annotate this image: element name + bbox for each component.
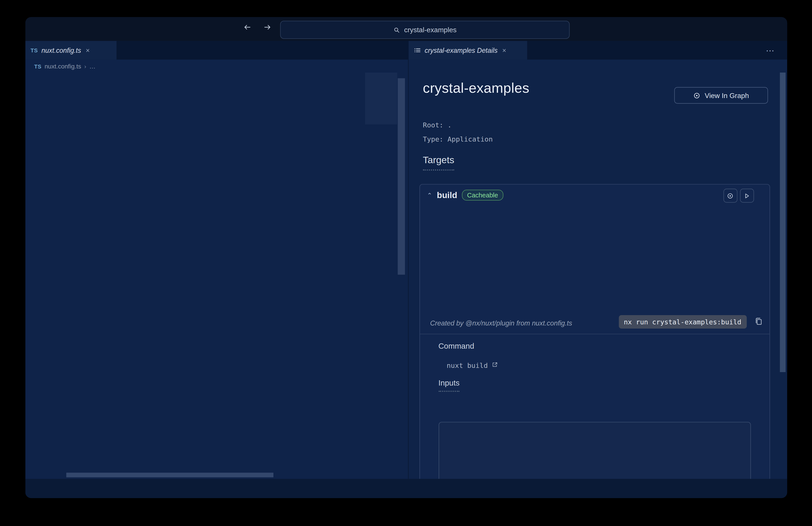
minimap[interactable] — [365, 73, 397, 131]
editor-horizontal-scrollbar[interactable] — [66, 472, 273, 477]
project-details-panel: crystal-examples View In Graph Root: . T… — [409, 60, 787, 479]
view-in-graph-button[interactable]: View In Graph — [674, 87, 768, 103]
typescript-file-icon: TS — [30, 47, 38, 54]
close-panel-tab-icon[interactable]: × — [502, 46, 506, 54]
panel-tab-title: crystal-examples Details — [424, 46, 497, 54]
close-window-button[interactable] — [31, 26, 38, 33]
editor-pane[interactable]: TS nuxt.config.ts › … — [25, 60, 409, 479]
search-icon — [393, 26, 401, 33]
project-root: Root: . — [423, 121, 452, 129]
target-name: build — [437, 190, 457, 200]
list-tree-icon — [414, 47, 421, 54]
minimize-window-button[interactable] — [42, 26, 48, 33]
breadcrumb-more[interactable]: … — [89, 63, 96, 70]
tab-bar: TS nuxt.config.ts × crystal-examples Det… — [25, 41, 787, 59]
external-link-icon[interactable] — [491, 361, 498, 368]
search-value: crystal-examples — [404, 26, 456, 33]
tab-title: nuxt.config.ts — [42, 46, 81, 54]
project-title: crystal-examples — [423, 80, 530, 97]
window-controls — [31, 26, 58, 33]
eye-icon — [693, 91, 700, 99]
editor-vertical-scrollbar[interactable] — [397, 78, 405, 274]
target-build-card: ⌃ build Cacheable Created by @nx/nuxt/pl… — [419, 184, 770, 479]
created-by-note: Created by @nx/nuxt/plugin from nuxt.con… — [430, 319, 572, 327]
breadcrumb-file[interactable]: nuxt.config.ts — [45, 63, 81, 70]
breadcrumb[interactable]: TS nuxt.config.ts › … — [34, 60, 96, 73]
play-icon — [743, 192, 751, 199]
titlebar: crystal-examples — [25, 17, 787, 41]
nx-run-command-chip[interactable]: nx run crystal-examples:build — [619, 315, 746, 329]
tab-project-details[interactable]: crystal-examples Details × — [409, 41, 527, 59]
targets-heading: Targets — [423, 154, 454, 170]
run-target-button[interactable] — [740, 188, 754, 202]
panel-more-actions-icon[interactable]: ⋯ — [766, 41, 774, 59]
close-tab-icon[interactable]: × — [86, 46, 90, 54]
command-heading: Command — [438, 342, 474, 351]
divider — [420, 334, 769, 334]
cacheable-badge: Cacheable — [462, 190, 503, 200]
navigate-back-icon[interactable] — [243, 23, 252, 32]
command-value[interactable]: nuxt build — [447, 361, 498, 370]
chevron-right-icon: › — [84, 63, 86, 69]
eye-icon — [727, 192, 734, 199]
options-json-editor[interactable] — [438, 422, 751, 479]
project-type: Type: Application — [423, 136, 493, 143]
tab-nuxt-config[interactable]: TS nuxt.config.ts × — [25, 41, 116, 59]
status-bar — [25, 479, 787, 498]
maximize-window-button[interactable] — [52, 26, 59, 33]
collapse-chevron-icon[interactable]: ⌃ — [427, 191, 432, 199]
panel-scrollbar[interactable] — [780, 73, 785, 372]
command-center-search[interactable]: crystal-examples — [280, 21, 570, 39]
view-target-button[interactable] — [723, 188, 737, 202]
navigate-forward-icon[interactable] — [263, 23, 272, 32]
inputs-heading: Inputs — [438, 378, 460, 392]
typescript-file-icon: TS — [34, 63, 42, 69]
vscode-window: crystal-examples TS nuxt.config.ts × cry… — [25, 17, 787, 498]
code-area[interactable] — [25, 73, 409, 479]
desktop-background: crystal-examples TS nuxt.config.ts × cry… — [0, 0, 812, 526]
copy-icon[interactable] — [754, 317, 763, 326]
